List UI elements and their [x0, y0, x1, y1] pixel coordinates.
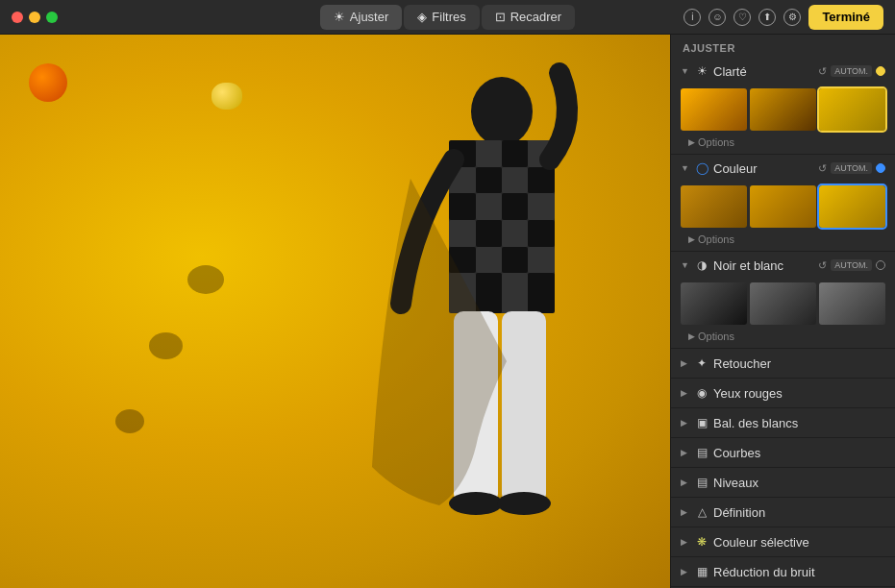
- crop-icon: ⊡: [495, 10, 506, 24]
- definition-item[interactable]: ▶ △ Définition: [671, 498, 895, 527]
- clarete-auto-button[interactable]: AUTOM.: [831, 65, 872, 77]
- fullscreen-button[interactable]: [46, 12, 58, 23]
- courbes-label: Courbes: [713, 446, 885, 460]
- couleur-options-chevron-icon: ▶: [688, 234, 698, 244]
- noir-blanc-reset-icon[interactable]: ↺: [818, 259, 827, 272]
- niveaux-item[interactable]: ▶ ▤ Niveaux: [671, 468, 895, 498]
- shadow-ball-3: [115, 409, 144, 433]
- couleur-auto-button[interactable]: AUTOM.: [831, 162, 872, 174]
- courbes-chevron-icon: ▶: [681, 448, 690, 457]
- nb-thumb-2[interactable]: [750, 282, 816, 325]
- thumb-3[interactable]: [819, 88, 885, 131]
- clarete-options-chevron-icon: ▶: [688, 137, 698, 147]
- couleur-section: ▼ ◯ Couleur ↺ AUTOM. ▶ Options: [671, 155, 895, 252]
- noir-blanc-label: Noir et blanc: [713, 258, 814, 273]
- courbes-icon: ▤: [694, 445, 709, 460]
- couleur-selective-icon: ❋: [694, 534, 709, 550]
- reduction-bruit-item[interactable]: ▶ ▦ Réduction du bruit: [671, 557, 895, 587]
- close-button[interactable]: [12, 12, 23, 23]
- couleur-reset-icon[interactable]: ↺: [818, 162, 827, 175]
- svg-rect-24: [502, 273, 528, 313]
- yeux-rouges-item[interactable]: ▶ ◉ Yeux rouges: [671, 379, 895, 408]
- nb-thumb-1[interactable]: [681, 282, 747, 325]
- couleur-thumb-3[interactable]: [819, 185, 885, 228]
- couleur-chevron-icon: ▼: [681, 163, 690, 173]
- couleur-selective-label: Couleur sélective: [713, 535, 885, 550]
- clarete-reset-icon[interactable]: ↺: [818, 65, 827, 78]
- panel-scroll[interactable]: ▼ ☀ Clarté ↺ AUTOM. ▶ Options: [671, 58, 895, 588]
- yeux-rouges-icon: ◉: [694, 385, 709, 401]
- couleur-options[interactable]: ▶ Options: [671, 232, 895, 251]
- svg-rect-20: [502, 247, 528, 273]
- shadow-ball-2: [149, 332, 183, 359]
- noir-blanc-options-label: Options: [698, 331, 734, 342]
- recadrer-button[interactable]: ⊡ Recadrer: [482, 5, 575, 30]
- svg-rect-15: [476, 220, 502, 247]
- shadow-ball-1: [187, 265, 224, 294]
- couleur-thumb-1[interactable]: [681, 185, 747, 228]
- svg-rect-7: [476, 167, 502, 193]
- traffic-lights: [12, 12, 58, 23]
- heart-icon[interactable]: ♡: [733, 9, 751, 26]
- noir-blanc-half-circle-icon: ◑: [694, 257, 709, 273]
- couleur-thumbnails: [671, 182, 895, 232]
- clarete-options[interactable]: ▶ Options: [671, 135, 895, 154]
- reduction-bruit-icon: ▦: [694, 564, 709, 579]
- definition-chevron-icon: ▶: [681, 507, 690, 517]
- couleur-header[interactable]: ▼ ◯ Couleur ↺ AUTOM.: [671, 155, 895, 182]
- emoji-icon[interactable]: ☺: [709, 9, 726, 26]
- person-figure: [353, 35, 593, 588]
- retoucher-chevron-icon: ▶: [681, 358, 690, 368]
- svg-point-28: [449, 492, 503, 515]
- window-controls-right: i ☺ ♡ ⬆ ⚙ Terminé: [684, 5, 883, 30]
- svg-rect-16: [502, 220, 528, 247]
- couleur-thumb-2[interactable]: [750, 185, 816, 228]
- photo-canvas: [0, 35, 670, 588]
- thumb-1[interactable]: [681, 88, 747, 131]
- titlebar: ☀ Ajuster ◈ Filtres ⊡ Recadrer i ☺ ♡ ⬆ ⚙…: [0, 0, 895, 35]
- sun-icon: ☀: [334, 10, 345, 24]
- niveaux-label: Niveaux: [713, 476, 885, 490]
- noir-blanc-chevron-icon: ▼: [681, 260, 690, 270]
- info-icon[interactable]: i: [684, 9, 701, 26]
- svg-rect-11: [476, 193, 502, 220]
- couleur-circle-icon: ◯: [694, 160, 709, 176]
- bal-blancs-item[interactable]: ▶ ▣ Bal. des blancs: [671, 408, 895, 438]
- retoucher-item[interactable]: ▶ ✦ Retoucher: [671, 349, 895, 379]
- couleur-indicator: [876, 163, 885, 173]
- clarete-thumbnails: [671, 85, 895, 135]
- clarete-indicator: [876, 66, 885, 76]
- svg-rect-19: [476, 247, 502, 273]
- nb-thumb-3[interactable]: [819, 282, 885, 325]
- svg-rect-13: [528, 193, 555, 220]
- svg-rect-17: [528, 220, 555, 247]
- noir-blanc-header[interactable]: ▼ ◑ Noir et blanc ↺ AUTOM.: [671, 252, 895, 279]
- svg-rect-8: [502, 167, 528, 193]
- retoucher-icon: ✦: [694, 355, 709, 371]
- done-button[interactable]: Terminé: [808, 5, 883, 30]
- ajuster-button[interactable]: ☀ Ajuster: [320, 5, 402, 30]
- clarete-sun-icon: ☀: [694, 63, 709, 79]
- clarete-header[interactable]: ▼ ☀ Clarté ↺ AUTOM.: [671, 58, 895, 85]
- share-icon[interactable]: ⬆: [758, 9, 776, 26]
- yeux-rouges-label: Yeux rouges: [713, 386, 885, 401]
- couleur-selective-item[interactable]: ▶ ❋ Couleur sélective: [671, 527, 895, 557]
- panel-header: AJUSTER: [671, 35, 895, 58]
- noir-blanc-auto-button[interactable]: AUTOM.: [831, 259, 872, 271]
- svg-rect-10: [449, 193, 476, 220]
- minimize-button[interactable]: [29, 12, 40, 23]
- ball-orange: [29, 63, 67, 102]
- svg-rect-21: [528, 247, 555, 273]
- settings-icon[interactable]: ⚙: [783, 9, 801, 26]
- reduction-bruit-label: Réduction du bruit: [713, 565, 885, 579]
- thumb-2[interactable]: [750, 88, 816, 131]
- toolbar: ☀ Ajuster ◈ Filtres ⊡ Recadrer: [320, 5, 575, 30]
- courbes-item[interactable]: ▶ ▤ Courbes: [671, 438, 895, 468]
- main-content: AJUSTER ▼ ☀ Clarté ↺ AUTOM. ▶: [0, 35, 895, 588]
- filtres-button[interactable]: ◈ Filtres: [404, 5, 479, 30]
- niveaux-icon: ▤: [694, 475, 709, 490]
- svg-point-29: [497, 492, 551, 515]
- niveaux-chevron-icon: ▶: [681, 478, 690, 487]
- photo-area[interactable]: [0, 35, 670, 588]
- noir-blanc-options[interactable]: ▶ Options: [671, 329, 895, 348]
